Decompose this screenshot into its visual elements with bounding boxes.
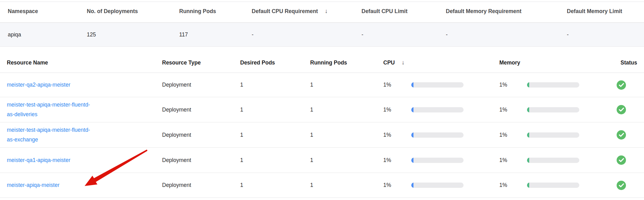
resource-link-annotated[interactable]: meister-apiqa-meister [7,180,96,190]
desired-pods: 1 [240,132,310,138]
memory-progress-bar [527,107,579,112]
memory-percent: 1% [499,107,527,113]
status-healthy-icon [617,130,626,140]
cpu-progress-bar [411,158,464,163]
memory-progress-bar [527,158,579,163]
col-running-pods[interactable]: Running Pods [179,8,252,17]
col-namespace[interactable]: Namespace [8,8,87,17]
col-deployments-label: No. of Deployments [87,8,138,15]
col-default-memory-limit[interactable]: Default Memory Limit [567,8,644,17]
col-namespace-label: Namespace [8,8,38,15]
resource-table-header: Resource Name Resource Type Desired Pods… [0,53,644,73]
resource-table: Resource Name Resource Type Desired Pods… [0,53,644,198]
memory-percent: 1% [499,132,527,138]
namespace-deployments-count: 125 [87,31,179,38]
desired-pods: 1 [240,157,310,164]
memory-progress-bar [527,82,579,88]
sort-descending-icon[interactable]: ↓ [325,8,328,15]
namespace-cpu-requirement-value: - [252,31,362,38]
memory-percent: 1% [499,157,527,164]
cpu-percent: 1% [383,182,411,188]
resource-link[interactable]: meister-qa1-apiqa-meister [7,155,96,165]
resource-type: Deployment [162,82,240,88]
namespace-cpu-limit-value: - [362,31,446,38]
status-healthy-icon [617,181,626,190]
col-resource-name-label: Resource Name [7,60,48,66]
running-pods: 1 [310,132,383,138]
table-row: meister-test-apiqa-meister-fluentd-as-ex… [0,122,644,148]
cpu-percent: 1% [383,82,411,88]
col-memory-label: Memory [499,60,520,66]
status-healthy-icon [617,80,626,90]
namespace-memory-requirement-value: - [446,31,567,38]
cpu-percent: 1% [383,157,411,164]
col-default-memory-limit-label: Default Memory Limit [567,8,622,15]
namespace-row-apiqa[interactable]: apiqa 125 117 - - - - [0,23,644,47]
col-desired-pods[interactable]: Desired Pods [240,60,310,66]
cpu-percent: 1% [383,132,411,138]
col-memory[interactable]: Memory [499,60,613,66]
namespace-memory-limit-value: - [567,31,644,38]
col-resource-name[interactable]: Resource Name [7,60,162,66]
running-pods: 1 [310,157,383,164]
status-healthy-icon [617,155,626,165]
col-desired-pods-label: Desired Pods [240,60,275,66]
status-healthy-icon [617,105,626,114]
col-default-cpu-requirement-label: Default CPU Requirement [252,8,318,15]
table-row: meister-qa2-apiqa-meister Deployment 1 1… [0,73,644,97]
namespace-running-pods-count: 117 [179,31,252,38]
col-status-label: Status [613,60,644,66]
desired-pods: 1 [240,182,310,188]
table-row: meister-test-apiqa-meister-fluentd-as-de… [0,97,644,122]
memory-percent: 1% [499,82,527,88]
memory-progress-bar [527,183,579,188]
col-cpu[interactable]: CPU ↓ [383,59,499,66]
resource-type: Deployment [162,107,240,113]
namespace-table-header: Namespace No. of Deployments Running Pod… [0,2,644,23]
cpu-progress-bar [411,183,464,188]
table-row: meister-qa1-apiqa-meister Deployment 1 1… [0,148,644,173]
cpu-progress-bar [411,107,464,112]
table-row: meister-apiqa-meister Deployment 1 1 1% … [0,173,644,198]
resource-type: Deployment [162,182,240,188]
cpu-progress-bar [411,132,464,138]
col-default-memory-requirement-label: Default Memory Requirement [446,8,521,15]
col-running-pods-2[interactable]: Running Pods [310,60,383,66]
desired-pods: 1 [240,107,310,113]
col-default-cpu-limit[interactable]: Default CPU Limit [362,8,446,17]
memory-percent: 1% [499,182,527,188]
col-default-memory-requirement[interactable]: Default Memory Requirement [446,8,567,17]
col-cpu-label: CPU [383,60,395,66]
resource-link[interactable]: meister-test-apiqa-meister-fluentd-as-ex… [7,125,96,144]
resource-type: Deployment [162,157,240,164]
col-resource-type[interactable]: Resource Type [162,60,240,66]
memory-progress-bar [527,132,579,138]
col-deployments[interactable]: No. of Deployments [87,8,179,17]
resource-link[interactable]: meister-qa2-apiqa-meister [7,80,96,90]
col-default-cpu-limit-label: Default CPU Limit [362,8,408,15]
desired-pods: 1 [240,82,310,88]
running-pods: 1 [310,82,383,88]
running-pods: 1 [310,182,383,188]
col-status[interactable]: Status [613,60,644,66]
workload-dashboard: Namespace No. of Deployments Running Pod… [0,0,644,200]
col-running-pods-label: Running Pods [179,8,216,15]
cpu-progress-bar [411,82,464,88]
namespace-name: apiqa [8,31,87,38]
sort-descending-icon[interactable]: ↓ [402,59,405,66]
col-resource-type-label: Resource Type [162,60,201,66]
namespace-table: Namespace No. of Deployments Running Pod… [0,2,644,47]
col-running-pods-2-label: Running Pods [310,60,347,66]
running-pods: 1 [310,107,383,113]
col-default-cpu-requirement[interactable]: Default CPU Requirement ↓ [252,8,362,17]
resource-type: Deployment [162,132,240,138]
cpu-percent: 1% [383,107,411,113]
resource-link[interactable]: meister-test-apiqa-meister-fluentd-as-de… [7,100,96,119]
